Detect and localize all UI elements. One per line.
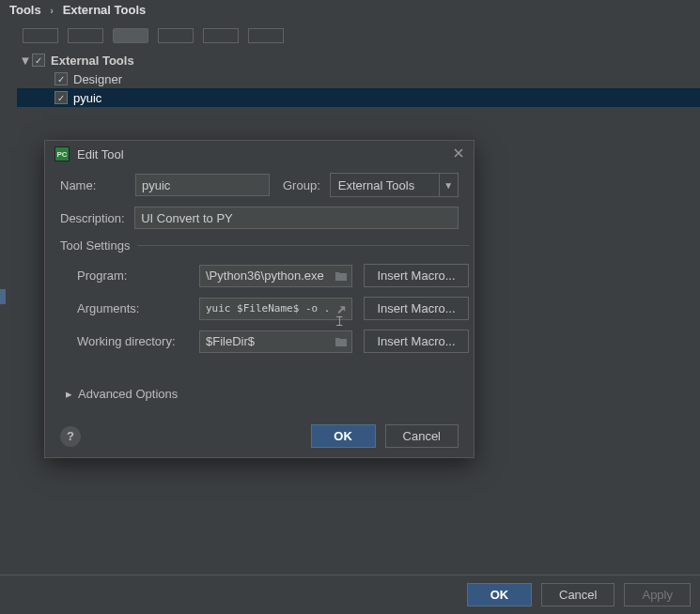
description-label: Description: (60, 211, 134, 225)
advanced-options-toggle[interactable]: ▸ Advanced Options (60, 387, 459, 401)
settings-cancel-button[interactable]: Cancel (541, 583, 614, 606)
dialog-title: Edit Tool (77, 147, 124, 161)
copy-button[interactable] (248, 28, 284, 43)
remove-button[interactable] (68, 28, 103, 43)
breadcrumb-sep-icon: › (50, 5, 54, 16)
workdir-field[interactable] (199, 330, 352, 353)
settings-ok-button[interactable]: OK (467, 583, 532, 606)
arguments-field[interactable] (199, 298, 352, 320)
browse-program-button[interactable] (334, 269, 349, 284)
tool-settings-legend: Tool Settings (60, 238, 137, 253)
edit-tool-dialog: PC Edit Tool Name: Group: External Tools… (44, 140, 474, 458)
insert-macro-program-button[interactable]: Insert Macro... (364, 264, 469, 287)
move-up-button[interactable] (158, 28, 194, 43)
dialog-ok-button[interactable]: OK (311, 424, 376, 448)
close-icon (453, 147, 464, 159)
group-label: Group: (283, 178, 320, 192)
breadcrumb-root[interactable]: Tools (9, 3, 41, 17)
tree-root-label: External Tools (51, 54, 134, 68)
settings-bottom-bar: OK Cancel Apply (0, 575, 700, 614)
checkbox-pyuic[interactable]: ✓ (54, 91, 68, 104)
tool-settings-group: Tool Settings Program: Insert Macro... A… (60, 238, 469, 353)
tree-item-designer[interactable]: ✓ Designer (17, 69, 700, 88)
checkbox-external-tools[interactable]: ✓ (32, 54, 45, 67)
tree-item-label: Designer (73, 72, 122, 86)
tree-item-label: pyuic (73, 91, 101, 105)
app-icon: PC (54, 146, 70, 161)
arguments-label: Arguments: (77, 301, 188, 315)
name-label: Name: (60, 178, 135, 192)
dialog-cancel-button[interactable]: Cancel (385, 424, 459, 448)
move-down-button[interactable] (203, 28, 239, 43)
tree-item-pyuic[interactable]: ✓ pyuic (17, 88, 700, 107)
description-field[interactable] (134, 207, 459, 229)
folder-icon (334, 270, 348, 282)
tools-tree: ▼ ✓ External Tools ✓ Designer ✓ pyuic (17, 47, 700, 111)
caret-right-icon: ▸ (66, 387, 72, 401)
tree-root-row[interactable]: ▼ ✓ External Tools (17, 51, 700, 69)
group-dropdown[interactable]: External Tools ▼ (330, 173, 459, 197)
advanced-options-label: Advanced Options (78, 387, 178, 401)
browse-workdir-button[interactable] (334, 334, 349, 349)
program-field[interactable] (199, 265, 352, 287)
breadcrumb: Tools › External Tools (0, 0, 700, 23)
chevron-down-icon: ▼ (439, 174, 458, 196)
program-label: Program: (77, 269, 188, 283)
settings-apply-button[interactable]: Apply (624, 583, 691, 606)
question-icon: ? (67, 429, 74, 443)
add-button[interactable] (23, 28, 58, 43)
name-field[interactable] (135, 174, 270, 196)
selection-edge-marker (0, 289, 6, 304)
close-button[interactable] (453, 147, 464, 161)
group-value: External Tools (338, 178, 414, 192)
breadcrumb-child[interactable]: External Tools (63, 3, 147, 17)
checkbox-designer[interactable]: ✓ (54, 72, 68, 85)
folder-icon (334, 336, 348, 347)
toolbar (17, 24, 700, 47)
workdir-label: Working directory: (77, 334, 188, 348)
expand-arguments-button[interactable] (334, 301, 349, 316)
insert-macro-workdir-button[interactable]: Insert Macro... (364, 330, 469, 353)
expand-icon (335, 303, 347, 315)
help-button[interactable]: ? (60, 426, 81, 447)
caret-down-icon[interactable]: ▼ (19, 54, 32, 68)
insert-macro-arguments-button[interactable]: Insert Macro... (364, 297, 469, 320)
edit-button[interactable] (113, 28, 148, 43)
